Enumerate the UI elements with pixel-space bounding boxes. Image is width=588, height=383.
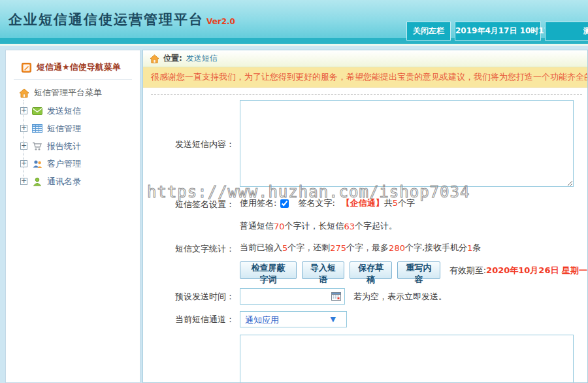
use-signature-label: 使用签名: — [240, 197, 276, 209]
breadcrumb: 位置: 发送短信 — [143, 50, 587, 67]
schedule-time-input[interactable] — [240, 288, 345, 305]
main-panel: 位置: 发送短信 很感谢您一直支持我们，为了让您得到更好的服务，希望您能提出宝贵… — [142, 50, 588, 383]
sidebar-root-label: 短信管理平台菜单 — [34, 87, 102, 99]
channel-select[interactable]: 通知应用 ▼ — [240, 311, 347, 327]
schedule-label: 预设发送时间： — [143, 291, 235, 303]
sidebar-tree: + 发送短信 + 短信管理 + 报告统计 + — [6, 102, 140, 190]
length-hint: 普通短信70个字计，长短信63个字起计。 — [240, 220, 397, 232]
app-title: 企业短信通信使运营管理平台Ver2.0 — [8, 10, 235, 29]
sidebar-item-customer-manage[interactable]: + 客户管理 — [6, 155, 140, 173]
sidebar-item-contacts[interactable]: + 通讯名录 — [6, 173, 140, 190]
signature-value: 【企信通】共5个字 — [342, 197, 415, 209]
sidebar-item-send-sms[interactable]: + 发送短信 — [6, 102, 140, 120]
chevron-down-icon: ▼ — [331, 315, 336, 324]
stats-value: 当前已输入5个字，还剩275个字，最多280个字,接收手机分1条 — [240, 242, 481, 254]
home-icon — [150, 54, 159, 63]
sidebar-item-label: 客户管理 — [47, 158, 81, 170]
signature-text-label: 签名文字: — [298, 197, 335, 209]
use-signature-checkbox[interactable] — [280, 199, 289, 208]
sidebar-item-label: 报告统计 — [47, 141, 81, 152]
sidebar-item-report-stats[interactable]: + 报告统计 — [6, 137, 140, 155]
home-icon — [19, 88, 29, 98]
send-sms-form: 发送短信内容： https://www.huzhan.com/ishop7034… — [143, 94, 587, 382]
location-current-page: 发送短信 — [186, 53, 218, 64]
validity-date: 2020年10月26日 星期一 — [486, 265, 587, 275]
action-buttons-row: 检查屏蔽字词 导入短语 保存草稿 重写内容 有效期至:2020年10月26日 星… — [240, 261, 587, 279]
calendar-icon[interactable] — [331, 291, 341, 301]
schedule-hint: 若为空，表示立即发送。 — [353, 291, 447, 303]
expand-plus-icon[interactable]: + — [20, 142, 27, 150]
expand-plus-icon[interactable]: + — [20, 107, 27, 114]
header-bar: 企业短信通信使运营管理平台Ver2.0 关闭左栏 2019年4月17日 10时1… — [0, 0, 588, 46]
envelope-icon — [32, 107, 42, 116]
stats-label: 短信文字统计： — [143, 243, 235, 255]
person-icon — [32, 177, 42, 186]
validity-text: 有效期至:2020年10月26日 星期一 — [449, 265, 587, 276]
save-draft-button[interactable]: 保存草稿 — [350, 261, 392, 279]
app-title-text: 企业短信通信使运营管理平台 — [8, 12, 204, 27]
expand-plus-icon[interactable]: + — [20, 125, 27, 132]
check-blocked-words-button[interactable]: 检查屏蔽字词 — [240, 261, 297, 279]
signature-row: 使用签名: 签名文字: 【企信通】共5个字 — [240, 197, 415, 209]
signature-label: 短信签名设置： — [143, 199, 235, 210]
validity-label: 有效期至: — [449, 265, 486, 275]
location-label: 位置: — [163, 53, 182, 64]
expand-plus-icon[interactable]: + — [20, 160, 27, 167]
content-label: 发送短信内容： — [143, 139, 235, 150]
sidebar-nav-title: 短信通★信使导航菜单 — [37, 61, 121, 73]
cart-icon — [32, 142, 42, 151]
channel-selected-value: 通知应用 — [245, 314, 279, 326]
notice-banner: 很感谢您一直支持我们，为了让您得到更好的服务，希望您能提出宝贵的意见或建议，我们… — [143, 67, 587, 88]
app-window: 企业短信通信使运营管理平台Ver2.0 关闭左栏 2019年4月17日 10时1… — [0, 0, 588, 383]
expand-plus-icon[interactable]: + — [20, 178, 27, 185]
sidebar-item-sms-manage[interactable]: + 短信管理 — [6, 120, 140, 137]
import-phrase-button[interactable]: 导入短语 — [302, 261, 344, 279]
sidebar-item-label: 发送短信 — [47, 105, 81, 117]
app-version: Ver2.0 — [206, 17, 235, 26]
notice-text: 很感谢您一直支持我们，为了让您得到更好的服务，希望您能提出宝贵的意见或建议，我们… — [151, 72, 587, 82]
sidebar-item-label: 通讯名录 — [47, 176, 81, 188]
sidebar-divider — [14, 79, 132, 80]
datetime-display-button[interactable]: 2019年4月17日 10时17分36秒 — [455, 22, 541, 41]
channel-label: 当前短信通道： — [143, 314, 235, 325]
notepad-icon — [22, 63, 31, 73]
close-left-panel-button[interactable]: 关闭左栏 — [406, 22, 451, 41]
extra-textarea[interactable] — [240, 335, 574, 383]
table-icon — [32, 124, 42, 133]
sidebar: 短信通★信使导航菜单 短信管理平台菜单 + 发送短信 + 短 — [5, 50, 140, 383]
sms-content-textarea[interactable] — [240, 100, 574, 187]
rewrite-content-button[interactable]: 重写内容 — [397, 261, 440, 279]
sidebar-nav-header: 短信通★信使导航菜单 — [22, 61, 121, 73]
form-top-divider — [151, 94, 582, 95]
sidebar-item-label: 短信管理 — [47, 123, 81, 135]
clipped-right-button[interactable]: 测 — [545, 22, 588, 41]
sidebar-root-menu[interactable]: 短信管理平台菜单 — [19, 87, 102, 99]
users-icon — [32, 159, 42, 169]
header-divider — [0, 44, 588, 46]
